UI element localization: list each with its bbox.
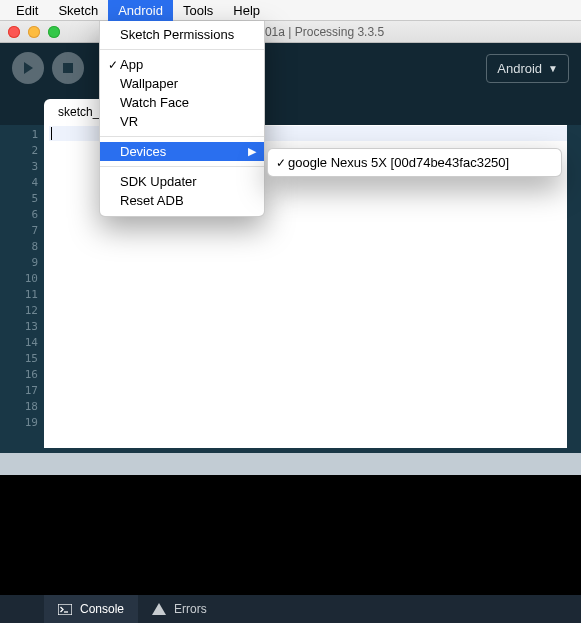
menu-item-reset-adb[interactable]: Reset ADB — [100, 191, 264, 210]
divider[interactable] — [0, 453, 581, 475]
line-number: 9 — [0, 255, 38, 271]
menu-sketch[interactable]: Sketch — [48, 0, 108, 21]
system-menubar: Edit Sketch Android Tools Help — [0, 0, 581, 21]
menu-item-sketch-permissions[interactable]: Sketch Permissions — [100, 25, 264, 44]
line-number: 17 — [0, 383, 38, 399]
line-number: 5 — [0, 191, 38, 207]
stop-icon — [62, 62, 74, 74]
mode-selector[interactable]: Android ▼ — [486, 54, 569, 83]
stop-button[interactable] — [52, 52, 84, 84]
check-icon: ✓ — [106, 58, 120, 72]
devices-submenu: ✓ google Nexus 5X [00d74be43fac3250] — [267, 148, 562, 177]
menu-label: Devices — [120, 144, 248, 159]
footer-tabs: Console Errors — [0, 595, 581, 623]
line-number: 7 — [0, 223, 38, 239]
menu-label: Wallpaper — [120, 76, 256, 91]
menu-item-wallpaper[interactable]: Wallpaper — [100, 74, 264, 93]
line-number: 12 — [0, 303, 38, 319]
submenu-arrow-icon: ▶ — [248, 145, 256, 158]
menu-tools[interactable]: Tools — [173, 0, 223, 21]
menu-item-vr[interactable]: VR — [100, 112, 264, 131]
menu-item-sdk-updater[interactable]: SDK Updater — [100, 172, 264, 191]
run-button[interactable] — [12, 52, 44, 84]
menu-separator — [100, 166, 264, 167]
window-title: sketch_170601a | Processing 3.3.5 — [0, 25, 581, 39]
line-number: 4 — [0, 175, 38, 191]
menu-item-app[interactable]: ✓ App — [100, 55, 264, 74]
menu-separator — [100, 49, 264, 50]
console-output[interactable] — [0, 475, 581, 595]
menu-label: VR — [120, 114, 256, 129]
menu-label: App — [120, 57, 256, 72]
line-number: 15 — [0, 351, 38, 367]
close-button[interactable] — [8, 26, 20, 38]
check-icon: ✓ — [274, 156, 288, 170]
menu-label: Reset ADB — [120, 193, 256, 208]
menu-android[interactable]: Android — [108, 0, 173, 21]
svg-rect-2 — [58, 604, 72, 615]
menu-label: SDK Updater — [120, 174, 256, 189]
menu-label: Watch Face — [120, 95, 256, 110]
app-window: sketch_170601a | Processing 3.3.5 Androi… — [0, 21, 581, 623]
menu-edit[interactable]: Edit — [6, 0, 48, 21]
console-tab-label: Console — [80, 602, 124, 616]
mode-label: Android — [497, 61, 542, 76]
line-number: 6 — [0, 207, 38, 223]
menu-help[interactable]: Help — [223, 0, 270, 21]
zoom-button[interactable] — [48, 26, 60, 38]
submenu-item-device[interactable]: ✓ google Nexus 5X [00d74be43fac3250] — [268, 153, 561, 172]
device-label: google Nexus 5X [00d74be43fac3250] — [288, 155, 551, 170]
line-gutter: 1 2 3 4 5 6 7 8 9 10 11 12 13 14 15 16 1… — [0, 125, 44, 453]
line-number: 16 — [0, 367, 38, 383]
android-menu: Sketch Permissions ✓ App Wallpaper Watch… — [99, 21, 265, 217]
line-number: 13 — [0, 319, 38, 335]
line-number: 8 — [0, 239, 38, 255]
line-number: 10 — [0, 271, 38, 287]
sketch-tabs: sketch_170601a ▼ — [0, 93, 581, 125]
errors-tab-label: Errors — [174, 602, 207, 616]
window-titlebar: sketch_170601a | Processing 3.3.5 — [0, 21, 581, 43]
toolbar: Android ▼ — [0, 43, 581, 93]
menu-item-devices[interactable]: Devices ▶ — [100, 142, 264, 161]
svg-rect-1 — [63, 63, 73, 73]
traffic-lights — [8, 26, 60, 38]
line-number: 3 — [0, 159, 38, 175]
svg-marker-4 — [152, 603, 166, 615]
menu-separator — [100, 136, 264, 137]
warning-icon — [152, 603, 166, 615]
line-number: 11 — [0, 287, 38, 303]
line-number: 14 — [0, 335, 38, 351]
menu-item-watch-face[interactable]: Watch Face — [100, 93, 264, 112]
tab-errors[interactable]: Errors — [138, 595, 221, 623]
line-number: 19 — [0, 415, 38, 431]
minimize-button[interactable] — [28, 26, 40, 38]
tab-console[interactable]: Console — [44, 595, 138, 623]
play-icon — [21, 61, 35, 75]
text-cursor — [51, 127, 52, 140]
line-number: 18 — [0, 399, 38, 415]
svg-marker-0 — [24, 62, 33, 74]
chevron-down-icon: ▼ — [548, 63, 558, 74]
menu-label: Sketch Permissions — [120, 27, 256, 42]
line-number: 1 — [0, 127, 38, 143]
console-icon — [58, 604, 72, 615]
line-number: 2 — [0, 143, 38, 159]
